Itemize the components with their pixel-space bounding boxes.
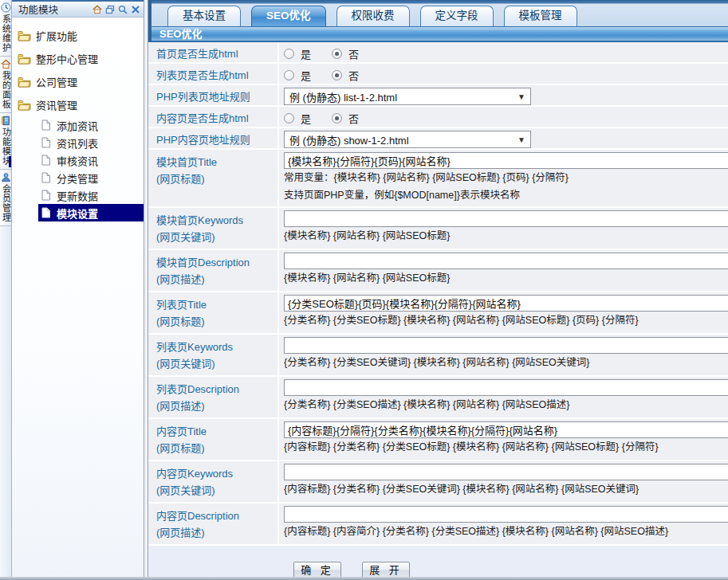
tab-模板管理[interactable]: 模板管理 (504, 6, 577, 26)
clock-icon (1, 2, 11, 13)
rail-item-label: 系统维护 (1, 14, 11, 53)
tree-item-label: 分类管理 (57, 170, 98, 186)
help-text: {内容标题} {分类名称} {分类SEO标题} {模块名称} {网站名称} {网… (284, 438, 728, 456)
seo-text-input[interactable] (284, 253, 728, 269)
seo-text-input[interactable] (284, 337, 728, 354)
seo-text-input[interactable] (284, 464, 728, 480)
row-label: 列表页是否生成html (148, 64, 279, 84)
row-field: 常用变量：{模块名称} {网站名称} {网站SEO标题} {页码} {分隔符}支… (279, 150, 728, 206)
page-icon (41, 137, 51, 148)
home-icon[interactable] (92, 5, 102, 14)
rail-item-label: 功能模块 (1, 127, 11, 166)
close-icon[interactable] (131, 5, 140, 14)
tree-item-模块设置[interactable]: 模块设置 (38, 204, 144, 221)
rail-filler (0, 226, 11, 580)
radio-否[interactable] (332, 70, 342, 80)
form-row-4: 内容页是否生成html是否 (148, 107, 728, 128)
tree-item-审核资讯[interactable]: 审核资讯 (38, 151, 144, 169)
sidebar-header-icons (92, 5, 140, 14)
rail-item-2[interactable]: 我的面板 (0, 57, 11, 113)
tree-item-label: 更新数据 (57, 188, 98, 203)
page-icon (41, 172, 51, 183)
tree-item-label: 模块设置 (57, 206, 98, 221)
field-label: 内容页Keywords (156, 468, 233, 480)
field-sublabel: (网页描述) (156, 527, 205, 539)
row-field: {模块名称} {网站名称} {网站SEO标题} (279, 208, 728, 249)
tree-folder-扩展功能[interactable]: 扩展功能 (12, 24, 144, 47)
button-row: 确 定 展 开 (148, 546, 728, 579)
tab-SEO优化[interactable]: SEO优化 (251, 6, 326, 26)
radio-是[interactable] (284, 70, 294, 80)
field-label: 模块首页Title (156, 156, 217, 168)
tab-bar: 基本设置SEO优化权限收费定义字段模板管理 (148, 0, 728, 26)
rail-item-3[interactable]: 功能模块 (0, 113, 11, 170)
radio-group: 是否 (284, 110, 728, 126)
help-text: {分类名称} {分类SEO关键词} {模块名称} {网站名称} {网站SEO关键… (284, 354, 728, 371)
rail-item-4[interactable]: 会员管理 (0, 170, 11, 226)
seo-text-input[interactable] (284, 152, 728, 169)
tree-item-资讯列表[interactable]: 资讯列表 (38, 134, 144, 151)
restore-icon[interactable] (105, 5, 115, 14)
sidebar: 功能模块 扩展功能整形中心管理公司管理资讯管理添加资讯资讯列表审核资讯分类管理更… (12, 0, 144, 580)
row-field: {内容标题} {内容简介} {分类名称} {分类SEO描述} {模块名称} {网… (279, 504, 728, 544)
row-label: 模块首页Keywords(网页关键词) (148, 208, 279, 249)
seo-text-input[interactable] (284, 295, 728, 312)
field-label: 列表页Keywords (156, 341, 233, 353)
row-label: 列表页Description(网页描述) (148, 377, 279, 417)
sidebar-header: 功能模块 (12, 0, 144, 18)
seo-text-input[interactable] (284, 379, 728, 396)
row-field: {内容标题} {分类名称} {分类SEO标题} {模块名称} {网站名称} {网… (279, 419, 728, 460)
help-text: {模块名称} {网站名称} {网站SEO标题} (284, 227, 728, 245)
rail-item-1[interactable]: 系统维护 (0, 0, 11, 57)
row-field: {内容标题} {分类名称} {分类SEO关键词} {模块名称} {网站名称} {… (279, 461, 728, 502)
tree-item-label: 扩展功能 (36, 28, 77, 43)
seo-text-input[interactable] (284, 210, 728, 227)
tab-权限收费[interactable]: 权限收费 (336, 6, 410, 26)
field-label: 内容页Description (156, 510, 239, 522)
folder-icon (18, 100, 31, 111)
form-row-5: PHP内容页地址规则例 (伪静态) show-1-2.html▼ (148, 128, 728, 150)
radio-是[interactable] (284, 49, 294, 59)
seo-text-input[interactable] (284, 506, 728, 523)
row-field: 例 (伪静态) show-1-2.html▼ (279, 128, 728, 148)
help-text: {模块名称} {网站名称} {网站SEO标题} (284, 269, 728, 287)
tab-基本设置[interactable]: 基本设置 (167, 6, 241, 26)
url-rule-select[interactable]: 例 (伪静态) show-1-2.html▼ (284, 131, 531, 148)
rail-item-label: 会员管理 (1, 184, 11, 222)
tree-folder-公司管理[interactable]: 公司管理 (12, 70, 144, 93)
row-field: 是否 (279, 64, 728, 84)
tree-folder-资讯管理[interactable]: 资讯管理 (12, 93, 144, 116)
tree-item-分类管理[interactable]: 分类管理 (38, 169, 144, 186)
radio-option-label: 是 (301, 68, 311, 83)
row-label: 模块首页Description(网页描述) (148, 250, 279, 291)
row-field: {分类名称} {分类SEO关键词} {模块名称} {网站名称} {网站SEO关键… (279, 335, 728, 375)
radio-是[interactable] (284, 113, 294, 123)
row-label: 列表页Keywords(网页关键词) (148, 335, 279, 375)
field-label: 列表页Title (156, 299, 207, 311)
page-icon (41, 190, 51, 201)
help-text: {分类名称} {分类SEO描述} {模块名称} {网站名称} {网站SEO描述} (284, 396, 728, 413)
field-sublabel: (网页关键词) (156, 484, 215, 496)
section-header: SEO优化 (148, 26, 728, 42)
row-label: 列表页Title(网页标题) (148, 292, 279, 333)
row-label: PHP列表页地址规则 (148, 85, 279, 105)
radio-option-label: 否 (348, 111, 359, 126)
field-label: 内容页是否生成html (156, 112, 249, 124)
tree-item-添加资讯[interactable]: 添加资讯 (38, 116, 144, 134)
field-label: PHP内容页地址规则 (156, 134, 250, 146)
page-icon (41, 120, 51, 131)
radio-否[interactable] (332, 49, 342, 59)
form-row-1: 首页是否生成html是否 (148, 42, 728, 64)
tree-item-label: 资讯列表 (57, 135, 98, 151)
radio-否[interactable] (332, 113, 342, 123)
url-rule-select[interactable]: 例 (伪静态) list-1-2.html▼ (284, 88, 531, 105)
field-label: 模块首页Keywords (156, 214, 243, 226)
tab-定义字段[interactable]: 定义字段 (420, 6, 494, 26)
help-text: {内容标题} {分类名称} {分类SEO关键词} {模块名称} {网站名称} {… (284, 480, 728, 498)
row-label: PHP内容页地址规则 (148, 128, 279, 148)
select-value: 例 (伪静态) list-1-2.html (289, 89, 517, 104)
tree-folder-整形中心管理[interactable]: 整形中心管理 (12, 47, 144, 70)
seo-text-input[interactable] (284, 421, 728, 438)
tree-item-更新数据[interactable]: 更新数据 (38, 186, 144, 204)
search-icon[interactable] (118, 5, 128, 14)
